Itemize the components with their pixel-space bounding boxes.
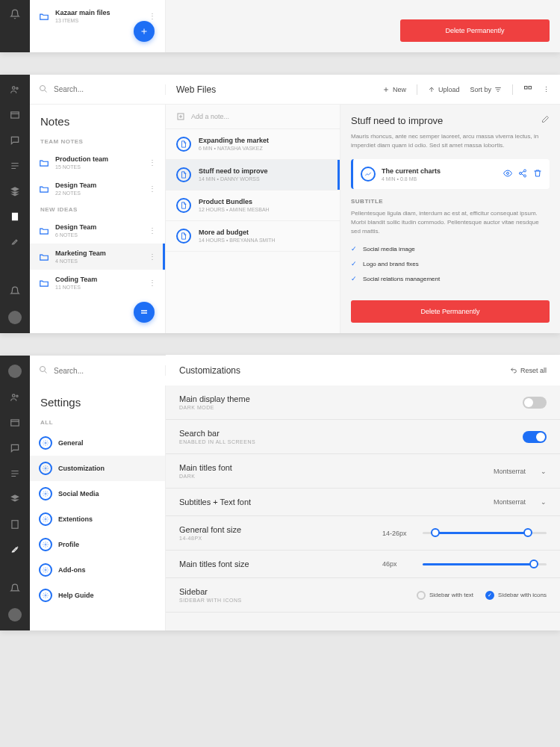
check-icon: ✓ [351,275,357,282]
more-icon[interactable]: ⋮ [149,279,156,287]
settings-item[interactable]: General [30,430,165,456]
team-notes-label: TEAM NOTES [30,134,165,149]
subtitle-label: SUBTITLE [351,198,550,205]
chat-icon[interactable] [9,442,21,454]
fab-add-button[interactable] [134,21,155,42]
check-icon: ✓ [351,260,357,267]
delete-button[interactable]: Delete Permanently [351,300,550,323]
svg-point-1 [16,87,18,89]
settings-item[interactable]: Help Guide [30,583,165,608]
titlesize-slider[interactable] [423,563,547,565]
chevron-down-icon: ⌄ [541,498,547,506]
gear-icon [39,512,52,526]
setting-theme: Main display themeDARK MODE [166,385,560,420]
folder-item[interactable]: Design Team22 NOTES⋮ [30,176,165,202]
window-icon[interactable] [9,109,21,121]
more-icon[interactable]: ⋮ [149,158,156,167]
topbar: Web Files New Upload Sort by ⋮ [30,75,560,105]
search-input[interactable] [54,367,156,375]
avatar[interactable] [8,365,22,378]
more-icon[interactable]: ⋮ [149,185,156,193]
radio-sidebar-text[interactable]: Sidebar with text [417,591,473,600]
svg-point-12 [13,394,16,397]
folder-item[interactable]: Design Team6 NOTES⋮ [30,217,165,244]
chart-icon [361,167,376,182]
gear-icon [39,563,52,577]
eye-icon[interactable] [503,167,512,181]
edit-icon[interactable] [541,115,550,126]
grid-icon[interactable] [523,85,532,94]
trash-icon[interactable] [533,167,542,181]
share-icon[interactable] [518,167,527,181]
more-icon[interactable]: ⋮ [543,86,550,93]
svg-point-18 [45,468,46,469]
check-icon: ✓ [351,245,357,252]
settings-item[interactable]: Social Media [30,481,165,506]
searchbar-toggle[interactable] [523,431,547,443]
gensize-slider[interactable] [423,532,547,534]
gear-icon [39,487,52,500]
subfont-select[interactable]: Montserrat⌄ [494,498,547,506]
folder-item[interactable]: Coding Team11 NOTES⋮ [30,270,165,296]
all-label: ALL [30,415,165,430]
folder-item[interactable]: Production team15 NOTES⋮ [30,149,165,176]
svg-point-20 [45,518,46,520]
titlefont-select[interactable]: Montserrat⌄ [494,468,547,475]
tools-icon[interactable] [9,236,21,248]
add-note-input[interactable]: Add a note... [166,105,340,129]
note-item[interactable]: More ad budget14 HOURS • BREYANNA SMITH [166,221,340,252]
list-icon[interactable] [9,160,21,172]
svg-rect-2 [11,112,19,118]
settings-item[interactable]: Add-ons [30,557,165,583]
fab-add-button[interactable] [134,302,155,323]
tools-icon[interactable] [9,544,21,556]
chat-icon[interactable] [9,134,21,146]
people-icon[interactable] [9,84,21,96]
more-icon[interactable]: ⋮ [149,252,156,261]
bell-icon[interactable] [9,285,21,297]
upload-button[interactable]: Upload [428,86,460,93]
delete-button[interactable]: Delete Permanently [400,19,550,42]
window-icon[interactable] [9,417,21,429]
avatar[interactable] [8,311,22,324]
radio-sidebar-icons[interactable]: Sidebar with icons [485,591,547,600]
notes-heading: Notes [30,105,165,134]
app-sidebar [0,75,30,333]
sort-button[interactable]: Sort by [470,86,502,93]
note-item[interactable]: Expanding the market6 MIN • NATASHA VASK… [166,129,340,160]
more-icon[interactable]: ⋮ [149,226,156,235]
svg-point-17 [45,442,46,444]
more-icon[interactable]: ⋮ [149,12,156,20]
subtitle-description: Pellentesque ligula diam, interdum ac es… [351,209,550,236]
svg-rect-3 [12,213,18,221]
customizations-title: Customizations [179,365,240,376]
search-icon [39,365,48,376]
notes-icon[interactable] [9,518,21,530]
note-item[interactable]: Product Bundles12 HOURS • AMINE MESBAH [166,190,340,221]
reset-button[interactable]: Reset all [510,367,547,374]
settings-item[interactable]: Customization [30,456,165,481]
attachment-card[interactable]: The current charts 4 MIN • 0.8 MB [351,159,550,189]
list-icon[interactable] [9,468,21,480]
svg-point-11 [524,175,526,177]
settings-item[interactable]: Profile [30,532,165,557]
avatar[interactable] [8,608,22,622]
gear-icon [39,589,52,602]
svg-point-21 [45,544,46,545]
people-icon[interactable] [9,391,21,403]
svg-point-22 [45,569,46,571]
setting-titlesize: Main titles font size 46px [166,551,560,578]
layers-icon[interactable] [9,185,21,197]
bell-icon[interactable] [9,9,21,19]
svg-point-13 [16,395,18,397]
theme-toggle[interactable] [523,397,547,409]
folder-item[interactable]: Marketing Team4 NOTES⋮ [30,244,165,270]
note-item[interactable]: Stuff need to improve14 MIN • DANNY WORS… [166,160,340,190]
settings-item[interactable]: Extentions [30,506,165,532]
bell-icon[interactable] [9,583,21,595]
new-button[interactable]: New [382,86,406,93]
layers-icon[interactable] [9,493,21,505]
notes-icon[interactable] [9,211,21,223]
search-input[interactable] [54,85,156,93]
svg-point-0 [13,87,16,90]
